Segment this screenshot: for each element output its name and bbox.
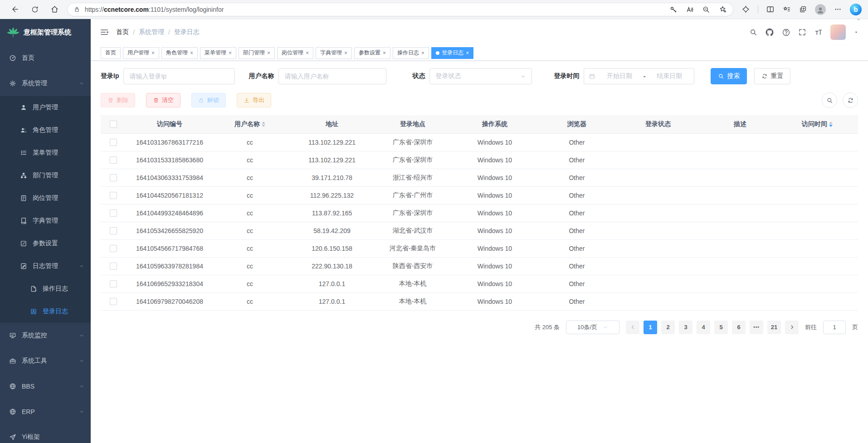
tab-dict-mgmt[interactable]: 字典管理× xyxy=(316,47,352,59)
page-button-last[interactable]: 21 xyxy=(767,321,781,334)
row-checkbox[interactable] xyxy=(110,174,117,181)
favorite-add-icon[interactable] xyxy=(718,5,727,14)
user-avatar[interactable] xyxy=(830,24,846,40)
sidebar-item-roles[interactable]: 角色管理 xyxy=(0,119,91,141)
close-icon[interactable]: × xyxy=(344,50,347,56)
search-button[interactable]: 搜索 xyxy=(711,68,747,84)
close-icon[interactable]: × xyxy=(466,50,469,56)
row-checkbox[interactable] xyxy=(110,209,117,217)
show-search-toggle-button[interactable] xyxy=(822,92,837,108)
tab-login-log[interactable]: 登录日志× xyxy=(431,47,473,59)
page-button-2[interactable]: 2 xyxy=(661,321,675,334)
sidebar-item-erp[interactable]: ERP xyxy=(0,399,91,424)
page-button-6[interactable]: 6 xyxy=(732,321,746,334)
close-icon[interactable]: × xyxy=(306,50,309,56)
font-size-icon[interactable] xyxy=(814,28,823,37)
col-location[interactable]: 登录地点 xyxy=(377,115,448,133)
page-button-3[interactable]: 3 xyxy=(679,321,692,334)
col-visit-time[interactable]: 访问时间 xyxy=(776,115,858,133)
status-select[interactable]: 登录状态 xyxy=(429,68,532,84)
clear-button[interactable]: 清空 xyxy=(146,93,180,107)
password-key-icon[interactable] xyxy=(669,5,678,14)
next-page-button[interactable] xyxy=(785,321,799,334)
table-row[interactable]: 1641031367863177216cc113.102.129.221广东省-… xyxy=(101,133,858,151)
reset-button[interactable]: 重置 xyxy=(754,68,790,84)
row-checkbox[interactable] xyxy=(110,156,117,164)
copilot-bing-icon[interactable]: b xyxy=(850,4,862,15)
col-user-name[interactable]: 用户名称 xyxy=(213,115,287,133)
close-icon[interactable]: × xyxy=(151,50,155,56)
col-os[interactable]: 操作系统 xyxy=(448,115,541,133)
fullscreen-icon[interactable] xyxy=(798,28,806,36)
table-row[interactable]: 1641044520567181312cc112.96.225.132广东省-广… xyxy=(101,186,858,204)
tab-user-mgmt[interactable]: 用户管理× xyxy=(123,47,159,59)
read-aloud-icon[interactable] xyxy=(686,5,694,14)
goto-page-input[interactable] xyxy=(823,321,846,334)
unlock-button[interactable]: 解锁 xyxy=(191,93,226,107)
tab-post-mgmt[interactable]: 岗位管理× xyxy=(277,47,313,59)
prev-page-button[interactable] xyxy=(626,321,639,334)
sidebar-item-monitoring[interactable]: 系统监控 xyxy=(0,323,91,348)
table-row[interactable]: 1641069798270046208cc127.0.0.1本地-本机Windo… xyxy=(101,292,858,310)
sidebar-item-tools[interactable]: 系统工具 xyxy=(0,348,91,374)
extensions-icon[interactable] xyxy=(741,5,750,14)
login-ip-input[interactable] xyxy=(123,68,235,84)
table-row[interactable]: 1641053426655825920cc58.19.42.209湖北省-武汉市… xyxy=(101,222,858,239)
split-screen-icon[interactable] xyxy=(766,5,775,14)
delete-button[interactable]: 删除 xyxy=(101,93,135,107)
sidebar-item-dictionary[interactable]: 字典管理 xyxy=(0,209,91,232)
col-visit-id[interactable]: 访问编号 xyxy=(126,115,213,133)
export-button[interactable]: 导出 xyxy=(237,93,271,107)
sidebar-item-operation-log[interactable]: 操作日志 xyxy=(0,277,91,300)
row-checkbox[interactable] xyxy=(110,227,117,234)
page-size-select[interactable]: 10条/页 xyxy=(566,321,619,334)
row-checkbox[interactable] xyxy=(110,139,117,146)
sidebar-item-log-mgmt[interactable]: 日志管理 xyxy=(0,255,91,277)
more-options-icon[interactable] xyxy=(834,5,842,14)
close-icon[interactable]: × xyxy=(267,50,270,56)
tab-home[interactable]: 首页 xyxy=(101,47,121,59)
row-checkbox[interactable] xyxy=(110,298,117,305)
table-row[interactable]: 1641043063331753984cc39.171.210.78浙江省-绍兴… xyxy=(101,169,858,186)
sidebar-item-menus[interactable]: 菜单管理 xyxy=(0,141,91,164)
sidebar-item-yi-framework[interactable]: Yi框架 xyxy=(0,424,91,443)
close-icon[interactable]: × xyxy=(190,50,193,56)
more-pages-button[interactable]: ••• xyxy=(750,321,763,334)
sidebar-item-home[interactable]: 首页 xyxy=(0,45,91,71)
close-icon[interactable]: × xyxy=(383,50,386,56)
close-icon[interactable]: × xyxy=(421,50,424,56)
browser-profile-avatar[interactable] xyxy=(815,4,826,15)
caret-down-icon[interactable] xyxy=(853,29,859,35)
reload-icon[interactable] xyxy=(31,5,39,14)
page-button-1[interactable]: 1 xyxy=(644,321,657,334)
help-icon[interactable] xyxy=(782,28,790,37)
sidebar-caret-icon[interactable] xyxy=(856,17,861,22)
sidebar-collapse-icon[interactable] xyxy=(100,28,109,37)
tab-operation-log[interactable]: 操作日志× xyxy=(393,47,429,59)
zoom-out-icon[interactable] xyxy=(702,5,710,14)
lock-icon[interactable] xyxy=(73,6,80,13)
user-name-input[interactable] xyxy=(278,68,386,84)
table-row[interactable]: 1641054566717984768cc120.6.150.158河北省-秦皇… xyxy=(101,239,858,257)
github-icon[interactable] xyxy=(765,28,774,37)
address-bar[interactable]: https://ccnetcore.com:1101/system/log/lo… xyxy=(67,3,733,16)
col-login-status[interactable]: 登录状态 xyxy=(612,115,704,133)
sidebar-item-users[interactable]: 用户管理 xyxy=(0,96,91,119)
col-browser[interactable]: 浏览器 xyxy=(541,115,612,133)
table-row[interactable]: 1641059633978281984cc222.90.130.18陕西省-西安… xyxy=(101,257,858,275)
tab-dept-mgmt[interactable]: 部门管理× xyxy=(239,47,275,59)
breadcrumb-home[interactable]: 首页 xyxy=(116,28,129,36)
row-checkbox[interactable] xyxy=(110,245,117,252)
table-row[interactable]: 1641031533185863680cc113.102.129.221广东省-… xyxy=(101,151,858,169)
tab-param-settings[interactable]: 参数设置× xyxy=(354,47,390,59)
close-icon[interactable]: × xyxy=(229,50,232,56)
sidebar-item-bbs[interactable]: BBS xyxy=(0,374,91,399)
start-date-placeholder[interactable]: 开始日期 xyxy=(599,72,639,80)
select-all-checkbox[interactable] xyxy=(110,121,117,128)
sidebar-item-departments[interactable]: 部门管理 xyxy=(0,164,91,187)
row-checkbox[interactable] xyxy=(110,192,117,199)
page-button-4[interactable]: 4 xyxy=(697,321,710,334)
refresh-table-button[interactable] xyxy=(843,92,858,108)
row-checkbox[interactable] xyxy=(110,280,117,287)
sort-carets-icon[interactable] xyxy=(829,120,833,129)
